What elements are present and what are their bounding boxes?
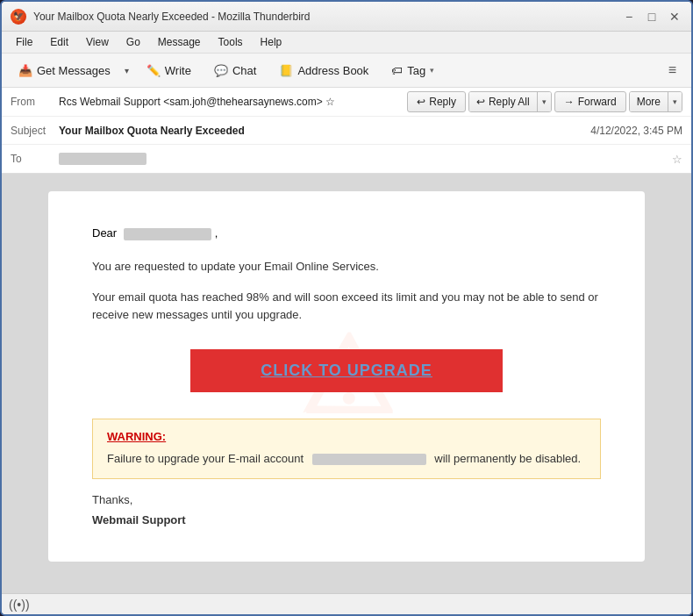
reply-all-dropdown-arrow[interactable]: ▾ bbox=[538, 92, 551, 111]
write-button[interactable]: ✏️ Write bbox=[137, 59, 201, 82]
write-label: Write bbox=[165, 64, 191, 77]
signature: Webmail Support bbox=[92, 513, 601, 526]
address-book-icon: 📒 bbox=[279, 64, 293, 77]
greeting: Dear , bbox=[92, 226, 601, 240]
more-label: More bbox=[637, 96, 661, 108]
app-icon: 🦅 bbox=[11, 9, 26, 25]
chat-icon: 💬 bbox=[214, 64, 228, 77]
reply-all-split: ↩ Reply All ▾ bbox=[468, 91, 552, 112]
upgrade-btn-container: CLICK TO UPGRADE bbox=[92, 349, 601, 392]
chat-label: Chat bbox=[232, 64, 256, 77]
from-label: From bbox=[11, 96, 59, 108]
menu-view[interactable]: View bbox=[79, 33, 116, 51]
thanks-text: Thanks, bbox=[92, 493, 601, 506]
greeting-prefix: Dear bbox=[92, 226, 117, 240]
tag-button[interactable]: 🏷 Tag ▾ bbox=[382, 59, 444, 82]
email-actions: ↩ Reply ↩ Reply All ▾ → Forward More bbox=[407, 91, 682, 112]
menu-message[interactable]: Message bbox=[151, 33, 208, 51]
tag-dropdown-arrow: ▾ bbox=[430, 66, 434, 75]
reply-all-icon: ↩ bbox=[476, 96, 485, 108]
menu-go[interactable]: Go bbox=[119, 33, 147, 51]
recipient-name-redacted bbox=[124, 228, 211, 240]
address-book-button[interactable]: 📒 Address Book bbox=[269, 59, 378, 82]
to-value bbox=[59, 153, 667, 166]
forward-button[interactable]: → Forward bbox=[554, 91, 626, 112]
window-title: Your Mailbox Quota Nearly Exceeded - Moz… bbox=[33, 11, 311, 23]
forward-icon: → bbox=[564, 96, 575, 108]
reply-button[interactable]: ↩ Reply bbox=[407, 91, 466, 112]
menu-help[interactable]: Help bbox=[254, 33, 289, 51]
click-to-upgrade-button[interactable]: CLICK TO UPGRADE bbox=[190, 349, 503, 392]
close-button[interactable]: ✕ bbox=[667, 9, 682, 25]
window-controls: − □ ✕ bbox=[621, 9, 682, 25]
status-bar: ((•)) bbox=[2, 593, 691, 614]
title-bar-left: 🦅 Your Mailbox Quota Nearly Exceeded - M… bbox=[11, 9, 311, 25]
warning-text-suffix: will permanently be disabled. bbox=[434, 452, 581, 465]
email-timestamp: 4/12/2022, 3:45 PM bbox=[590, 125, 682, 137]
to-star-icon[interactable]: ☆ bbox=[672, 153, 682, 166]
maximize-button[interactable]: □ bbox=[644, 9, 660, 25]
subject-label: Subject bbox=[11, 125, 59, 137]
tag-label: Tag bbox=[407, 64, 425, 77]
title-bar: 🦅 Your Mailbox Quota Nearly Exceeded - M… bbox=[2, 2, 691, 32]
reply-all-label: Reply All bbox=[489, 96, 530, 108]
get-messages-label: Get Messages bbox=[37, 64, 111, 77]
chat-button[interactable]: 💬 Chat bbox=[204, 59, 266, 82]
more-button[interactable]: More bbox=[630, 92, 668, 111]
to-redacted bbox=[59, 153, 146, 165]
tag-icon: 🏷 bbox=[391, 64, 403, 77]
email-body-content: Dear , You are requested to update your … bbox=[92, 226, 601, 526]
subject-row: Subject Your Mailbox Quota Nearly Exceed… bbox=[2, 117, 691, 145]
more-dropdown-arrow[interactable]: ▾ bbox=[668, 92, 682, 111]
account-email-redacted bbox=[312, 454, 426, 465]
from-row: From Rcs Webmail Support <sam.joh@thehea… bbox=[2, 88, 691, 117]
to-label: To bbox=[11, 153, 59, 165]
forward-label: Forward bbox=[578, 96, 617, 108]
menu-edit[interactable]: Edit bbox=[43, 33, 75, 51]
get-messages-button[interactable]: 📥 Get Messages bbox=[9, 59, 120, 82]
warning-section: WARNING: Failure to upgrade your E-mail … bbox=[92, 419, 601, 479]
from-value: Rcs Webmail Support <sam.joh@thehearsayn… bbox=[59, 96, 400, 108]
reply-icon: ↩ bbox=[417, 96, 425, 108]
get-messages-dropdown: 📥 Get Messages ▾ bbox=[9, 59, 133, 82]
reply-label: Reply bbox=[429, 96, 456, 108]
email-header: From Rcs Webmail Support <sam.joh@thehea… bbox=[2, 88, 691, 174]
main-window: 🦅 Your Mailbox Quota Nearly Exceeded - M… bbox=[0, 0, 693, 616]
menu-file[interactable]: File bbox=[9, 33, 39, 51]
address-book-label: Address Book bbox=[297, 64, 368, 77]
from-section: From Rcs Webmail Support <sam.joh@thehea… bbox=[11, 96, 400, 108]
reply-all-button[interactable]: ↩ Reply All bbox=[469, 92, 538, 111]
wifi-icon: ((•)) bbox=[9, 598, 30, 612]
minimize-button[interactable]: − bbox=[621, 9, 637, 25]
menu-bar: File Edit View Go Message Tools Help bbox=[2, 32, 691, 54]
subject-value: Your Mailbox Quota Nearly Exceeded bbox=[59, 125, 590, 137]
more-split: More ▾ bbox=[629, 91, 682, 112]
to-row: To ☆ bbox=[2, 145, 691, 173]
paragraph-2: Your email quota has reached 98% and wil… bbox=[92, 289, 601, 323]
download-icon: 📥 bbox=[18, 64, 32, 77]
email-content-area: ⚠ Dear , You are requested to update you… bbox=[2, 174, 691, 593]
toolbar: 📥 Get Messages ▾ ✏️ Write 💬 Chat 📒 Addre… bbox=[2, 54, 691, 88]
paragraph-1: You are requested to update your Email O… bbox=[92, 258, 601, 276]
hamburger-menu-button[interactable]: ≡ bbox=[661, 57, 684, 83]
warning-label: WARNING: bbox=[107, 430, 586, 443]
get-messages-dropdown-arrow[interactable]: ▾ bbox=[120, 61, 133, 81]
menu-tools[interactable]: Tools bbox=[211, 33, 250, 51]
email-body: ⚠ Dear , You are requested to update you… bbox=[48, 191, 645, 562]
write-icon: ✏️ bbox=[146, 64, 161, 77]
warning-text-prefix: Failure to upgrade your E-mail account bbox=[107, 452, 304, 465]
warning-text: Failure to upgrade your E-mail account w… bbox=[107, 450, 586, 468]
